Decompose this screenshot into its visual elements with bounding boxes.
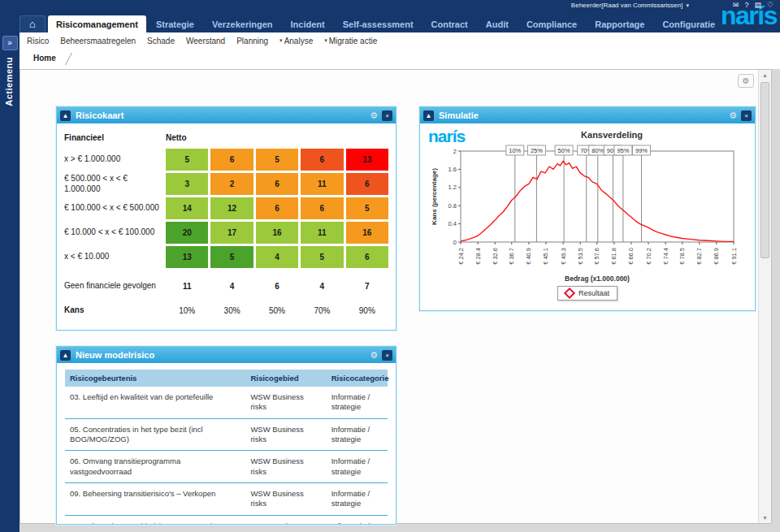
subnav-weerstand[interactable]: Weerstand <box>186 37 225 45</box>
risk-matrix-cell[interactable]: 6 <box>256 173 298 195</box>
risk-matrix-cell[interactable]: 12 <box>210 197 253 219</box>
svg-text:€ 53.5: € 53.5 <box>577 248 584 265</box>
tab-verzekeringen[interactable]: Verzekeringen <box>204 15 281 32</box>
tab-home[interactable]: ⌂ <box>20 15 46 32</box>
favorites-icon[interactable]: ♡ <box>767 1 774 9</box>
risk-matrix-cell[interactable]: 4 <box>256 246 298 268</box>
vertical-scrollbar[interactable]: ▲ ▼ <box>758 70 771 523</box>
panel-settings-icon[interactable]: ⚙ <box>729 110 737 121</box>
svg-text:€ 36.7: € 36.7 <box>508 248 515 265</box>
risk-matrix-col-header: Netto <box>166 133 208 142</box>
risk-matrix-row: x < € 10.000135456 <box>64 246 388 268</box>
subnav-planning[interactable]: Planning <box>236 37 268 45</box>
column-header-risicogebied[interactable]: Risicogebied <box>245 370 326 387</box>
collapse-icon[interactable]: ▲ <box>60 110 71 121</box>
risk-matrix-cell[interactable]: 11 <box>301 173 343 195</box>
subnav-analyse[interactable]: ▾Analyse <box>280 37 313 45</box>
svg-text:€ 45.1: € 45.1 <box>542 248 549 265</box>
model-risk-row[interactable]: 08. Beheersing transitierisico's – Inves… <box>65 515 388 525</box>
risk-matrix-cell[interactable]: 11 <box>301 222 343 244</box>
chart-legend[interactable]: Resultaat <box>557 286 618 301</box>
model-risk-cell: Informatie / strategie <box>327 483 388 516</box>
svg-text:Kans (percentage): Kans (percentage) <box>431 168 438 225</box>
panel-simulatie: ▲ Simulatie ⚙ × narís Kansverdeling 00.4… <box>419 106 756 311</box>
risk-matrix-value: 11 <box>166 274 208 298</box>
panel-close-icon[interactable]: × <box>382 350 392 361</box>
tab-self-assessment[interactable]: Self-assessment <box>335 15 422 32</box>
svg-text:Bedrag (x1.000.000): Bedrag (x1.000.000) <box>565 275 630 283</box>
panel-title: Simulatie <box>439 110 726 120</box>
risk-matrix-cell[interactable]: 20 <box>166 222 208 244</box>
risk-matrix-cell[interactable]: 6 <box>256 197 298 219</box>
risk-matrix-row-label: € 100.000 < x < € 500.000 <box>64 203 163 214</box>
column-header-risicogebeurtenis[interactable]: Risicogebeurtenis <box>65 370 245 387</box>
model-risk-row[interactable]: 09. Beheersing transitierisico's – Verko… <box>65 483 388 516</box>
scrollbar-thumb[interactable] <box>760 82 769 258</box>
actiemenu-expand-button[interactable]: » <box>2 36 18 50</box>
collapse-icon[interactable]: ▲ <box>423 110 434 121</box>
svg-text:0.4: 0.4 <box>448 220 457 227</box>
model-risk-cell: WSW Business risks <box>245 483 326 516</box>
model-risk-cell: Informatie / strategie <box>327 418 388 451</box>
model-risk-row[interactable]: 05. Concentraties in het type bezit (inc… <box>65 418 388 451</box>
risk-matrix-cell[interactable]: 6 <box>210 149 253 171</box>
help-icon[interactable]: ? <box>744 1 748 9</box>
subnav-beheersmaatregelen[interactable]: Beheersmaatregelen <box>60 37 136 45</box>
tab-incident[interactable]: Incident <box>283 15 333 32</box>
risk-matrix-cell[interactable]: 5 <box>301 246 343 268</box>
risk-matrix-cell[interactable]: 16 <box>256 222 298 244</box>
subnav-migratie-actie[interactable]: ▾Migratie actie <box>324 37 377 45</box>
risk-matrix-cell[interactable]: 13 <box>166 246 208 268</box>
risk-matrix-row-label: x < € 10.000 <box>64 252 163 262</box>
model-risk-row[interactable]: 03. Leeftijd en kwaliteit van de portefe… <box>65 387 388 418</box>
panel-simulatie-body: narís Kansverdeling 00.40.81.21.62€ 24.2… <box>420 123 755 301</box>
risk-matrix-cell[interactable]: 6 <box>301 197 343 219</box>
risk-matrix-cell[interactable]: 3 <box>166 173 208 195</box>
column-header-risicocategorie[interactable]: Risicocategorie <box>327 370 388 387</box>
panel-settings-icon[interactable]: ⚙ <box>370 110 378 121</box>
panel-risicokaart-header: ▲ Risicokaart ⚙ × <box>57 107 396 123</box>
risk-matrix-cell[interactable]: 5 <box>210 246 253 268</box>
risk-matrix-cell[interactable]: 16 <box>346 222 388 244</box>
user-menu[interactable]: Beheerder[Raad van Commissarissen] ▾ <box>571 2 689 9</box>
risk-matrix-cell[interactable]: 14 <box>166 197 208 219</box>
simulation-chart: 00.40.81.21.62€ 24.2€ 28.4€ 32.6€ 36.7€ … <box>428 140 747 286</box>
svg-text:95%: 95% <box>617 147 629 154</box>
breadcrumb: Home <box>20 49 780 69</box>
scroll-up-icon[interactable]: ▲ <box>759 70 771 80</box>
subnav-risico[interactable]: Risico <box>27 37 49 45</box>
model-risk-cell: WSW Business risks <box>245 387 326 418</box>
tab-risicomanagement[interactable]: Risicomanagement <box>48 15 146 32</box>
tab-rapportage[interactable]: Rapportage <box>587 15 652 32</box>
subnav-schade[interactable]: Schade <box>147 37 175 45</box>
breadcrumb-home[interactable]: Home <box>33 54 56 63</box>
risk-matrix-cell[interactable]: 17 <box>210 222 253 244</box>
tab-configuratie[interactable]: Configuratie <box>654 15 723 32</box>
panel-close-icon[interactable]: × <box>741 110 752 121</box>
risk-matrix-cell[interactable]: 5 <box>166 149 208 171</box>
tab-strategie[interactable]: Strategie <box>148 15 202 32</box>
tab-contract[interactable]: Contract <box>423 15 476 32</box>
svg-text:€ 74.4: € 74.4 <box>662 248 670 265</box>
risk-matrix-cell[interactable]: 6 <box>346 246 388 268</box>
mail-icon[interactable]: ✉ <box>733 1 739 9</box>
dashboard-settings-button[interactable]: ⚙ <box>738 74 754 88</box>
scroll-down-icon[interactable]: ▼ <box>759 513 771 523</box>
panel-settings-icon[interactable]: ⚙ <box>370 350 378 361</box>
model-risk-row[interactable]: 06. Omvang transitieprogramma vastgoedvo… <box>65 451 388 483</box>
risk-matrix-cell[interactable]: 2 <box>210 173 253 195</box>
tab-compliance[interactable]: Compliance <box>518 15 585 32</box>
panel-simulatie-header: ▲ Simulatie ⚙ × <box>420 107 755 123</box>
risk-matrix-cell[interactable]: 13 <box>346 149 388 171</box>
risk-matrix-value: 90% <box>346 303 388 318</box>
collapse-icon[interactable]: ▲ <box>60 350 71 361</box>
panel-close-icon[interactable]: × <box>382 110 392 121</box>
print-icon[interactable]: ▤ <box>754 1 761 9</box>
actiemenu-label[interactable]: Actiemenu <box>4 57 15 106</box>
risk-matrix-header: FinancieelNetto <box>64 133 388 142</box>
tab-audit[interactable]: Audit <box>478 15 517 32</box>
risk-matrix-cell[interactable]: 6 <box>346 173 388 195</box>
risk-matrix-cell[interactable]: 5 <box>256 149 298 171</box>
risk-matrix-cell[interactable]: 6 <box>301 149 343 171</box>
risk-matrix-cell[interactable]: 5 <box>346 197 388 219</box>
